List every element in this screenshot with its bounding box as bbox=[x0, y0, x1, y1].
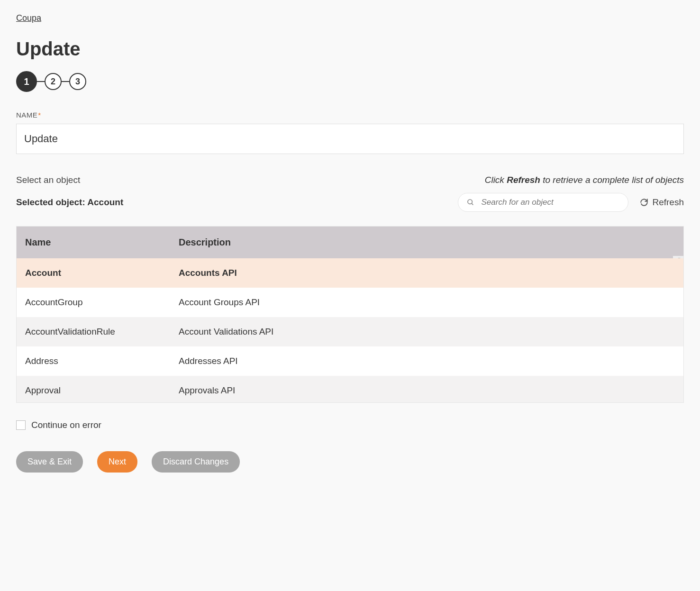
checkbox-label: Continue on error bbox=[31, 420, 101, 430]
name-input[interactable] bbox=[16, 124, 684, 154]
cell-name: Approval bbox=[17, 376, 170, 402]
table-header: Name Description bbox=[17, 227, 683, 258]
cell-description: Account Groups API bbox=[170, 288, 683, 317]
name-field-label: NAME* bbox=[16, 111, 684, 119]
refresh-label: Refresh bbox=[652, 197, 684, 208]
cell-description: Approvals API bbox=[170, 376, 683, 402]
cell-name: AccountGroup bbox=[17, 288, 170, 317]
checkbox-box[interactable] bbox=[16, 420, 26, 430]
object-table: Name Description AccountAccounts APIAcco… bbox=[16, 226, 684, 403]
table-body: AccountAccounts APIAccountGroupAccount G… bbox=[17, 258, 683, 402]
refresh-hint: Click Refresh to retrieve a complete lis… bbox=[485, 175, 684, 185]
step-connector bbox=[62, 81, 69, 82]
step-2[interactable]: 2 bbox=[45, 73, 62, 90]
search-icon bbox=[467, 199, 474, 206]
table-row[interactable]: ApprovalApprovals API bbox=[17, 376, 683, 402]
next-button[interactable]: Next bbox=[97, 451, 137, 473]
button-row: Save & Exit Next Discard Changes bbox=[16, 451, 684, 473]
table-row[interactable]: AddressAddresses API bbox=[17, 346, 683, 376]
cell-description: Addresses API bbox=[170, 346, 683, 376]
step-3[interactable]: 3 bbox=[69, 73, 86, 90]
step-connector bbox=[37, 81, 45, 82]
table-row[interactable]: AccountValidationRuleAccount Validations… bbox=[17, 317, 683, 346]
refresh-button[interactable]: Refresh bbox=[640, 197, 684, 208]
cell-description: Account Validations API bbox=[170, 317, 683, 346]
table-row[interactable]: AccountAccounts API bbox=[17, 258, 683, 288]
search-input[interactable] bbox=[480, 197, 619, 208]
discard-button[interactable]: Discard Changes bbox=[152, 451, 240, 473]
step-1[interactable]: 1 bbox=[16, 71, 37, 92]
svg-line-1 bbox=[472, 203, 473, 205]
cell-description: Accounts API bbox=[170, 258, 683, 288]
continue-on-error-checkbox[interactable]: Continue on error bbox=[16, 420, 684, 430]
th-description[interactable]: Description bbox=[170, 227, 683, 258]
svg-point-0 bbox=[468, 200, 472, 204]
save-exit-button[interactable]: Save & Exit bbox=[16, 451, 83, 473]
select-object-prompt: Select an object bbox=[16, 175, 80, 185]
breadcrumb-link[interactable]: Coupa bbox=[16, 13, 41, 23]
stepper: 1 2 3 bbox=[16, 71, 684, 92]
refresh-icon bbox=[640, 198, 648, 207]
cell-name: Address bbox=[17, 346, 170, 376]
search-box[interactable] bbox=[458, 193, 628, 212]
th-name[interactable]: Name bbox=[17, 227, 170, 258]
cell-name: Account bbox=[17, 258, 170, 288]
selected-object-label: Selected object: Account bbox=[16, 197, 123, 208]
cell-name: AccountValidationRule bbox=[17, 317, 170, 346]
table-row[interactable]: AccountGroupAccount Groups API bbox=[17, 288, 683, 317]
page-title: Update bbox=[16, 38, 684, 60]
